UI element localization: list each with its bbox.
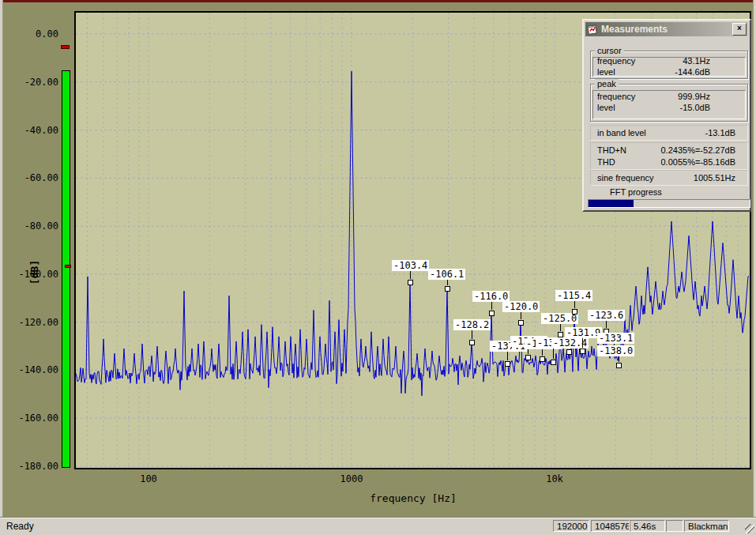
sine-frequency-label: sine frequency	[597, 173, 654, 183]
fft-progress-label: FFT progress	[610, 187, 662, 197]
y-tick-label: -40.00	[0, 125, 58, 136]
window-edge-right	[753, 0, 756, 535]
peak-level-label: level	[597, 103, 615, 112]
x-axis-title: frequency [Hz]	[370, 492, 457, 504]
cursor-frequency-label: frequency	[597, 56, 635, 66]
y-axis-title: [dB]	[28, 260, 40, 284]
level-meter-bar	[62, 70, 70, 468]
status-cell: Blackman	[684, 520, 729, 532]
thd-label: THD	[597, 157, 615, 167]
level-meter	[61, 34, 71, 468]
fft-progress-fill	[589, 200, 634, 207]
peak-frequency-value: 999.9Hz	[678, 92, 710, 101]
measurements-panel: Measurements × cursor frequency 43.1Hz l…	[582, 19, 751, 212]
cursor-group: cursor frequency 43.1Hz level -144.6dB	[590, 51, 748, 79]
status-cell	[666, 520, 683, 532]
sine-frequency-box: sine frequency 1005.51Hz	[590, 170, 748, 186]
in-band-level-value: -13.1dB	[705, 128, 735, 138]
fft-progress-bar	[588, 199, 750, 208]
y-tick-label: -140.00	[0, 364, 58, 375]
cursor-group-label: cursor	[595, 46, 624, 55]
y-tick-label: 0.00	[0, 28, 58, 40]
measurements-title: Measurements	[601, 24, 732, 35]
measurements-icon	[587, 24, 598, 35]
in-band-box: in band level -13.1dB	[590, 125, 748, 141]
resize-grip[interactable]	[745, 524, 754, 533]
thdn-value: 0.2435%=-52.27dB	[661, 145, 736, 155]
status-cell: 1048576	[591, 520, 630, 532]
cursor-frequency-value: 43.1Hz	[683, 56, 710, 66]
in-band-level-label: in band level	[597, 128, 646, 138]
y-tick-label: -60.00	[0, 172, 58, 183]
thdn-label: THD+N	[597, 145, 626, 155]
x-tick-label: 1000	[340, 473, 363, 484]
close-icon[interactable]: ×	[732, 23, 747, 36]
x-tick-label: 10k	[546, 473, 563, 484]
app-window: 0.00-20.00-40.00-60.00-80.00-100.00-120.…	[0, 0, 756, 535]
peak-level-value: -15.0dB	[679, 103, 710, 112]
thd-value: 0.0055%=-85.16dB	[661, 157, 736, 167]
peak-group: peak frequency 999.9Hz level -15.0dB	[590, 84, 748, 122]
y-tick-label: -160.00	[0, 413, 58, 424]
status-cell: 5.46s	[630, 520, 665, 532]
thd-box: THD+N 0.2435%=-52.27dB THD 0.0055%=-85.1…	[590, 142, 748, 170]
meter-mark	[65, 265, 71, 268]
y-tick-label: -80.00	[0, 220, 58, 232]
status-message: Ready	[6, 521, 34, 532]
meter-mark	[61, 45, 70, 49]
y-tick-label: -120.00	[0, 317, 58, 328]
measurements-title-bar[interactable]: Measurements ×	[585, 22, 748, 36]
status-bar: Ready 19200010485765.46sBlackman	[0, 518, 756, 535]
cursor-level-value: -144.6dB	[675, 67, 710, 77]
status-cell: 192000	[553, 520, 589, 532]
peak-frequency-label: frequency	[597, 92, 635, 101]
window-top-strip	[2, 0, 754, 2]
peak-group-label: peak	[595, 79, 619, 89]
y-tick-label: -20.00	[0, 77, 58, 88]
sine-frequency-value: 1005.51Hz	[694, 173, 735, 183]
x-tick-label: 100	[140, 473, 157, 484]
cursor-level-label: level	[597, 67, 615, 77]
y-tick-label: -180.00	[0, 461, 58, 472]
